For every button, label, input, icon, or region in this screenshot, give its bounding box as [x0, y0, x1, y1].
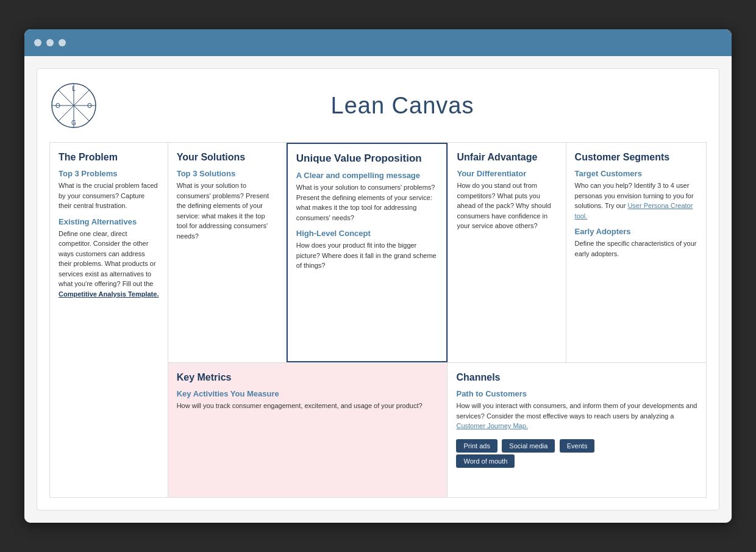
top-section: Your Solutions Top 3 Solutions What is y…	[168, 143, 706, 363]
right-section: Your Solutions Top 3 Solutions What is y…	[168, 143, 706, 497]
tag-social-media[interactable]: Social media	[502, 439, 555, 453]
window-dot-1[interactable]	[34, 39, 41, 46]
tag-events[interactable]: Events	[560, 439, 595, 453]
customers-sub2-heading: Early Adopters	[575, 227, 697, 236]
channels-sub1-body: How will you interact with consumers, an…	[456, 401, 697, 431]
problem-sub2-body: Define one clear, direct competitor. Con…	[59, 229, 159, 299]
uvp-sub1-heading: A Clear and compelling message	[296, 171, 438, 180]
canvas-container: L O O G Lean Canvas The Problem Top 3 Pr…	[37, 68, 719, 511]
canvas-header: L O O G Lean Canvas	[49, 81, 707, 130]
channels-sub1-heading: Path to Customers	[456, 389, 697, 398]
bottom-section: Key Metrics Key Activities You Measure H…	[168, 363, 706, 497]
browser-content: L O O G Lean Canvas The Problem Top 3 Pr…	[24, 56, 732, 523]
tag-word-of-mouth[interactable]: Word of mouth	[456, 454, 515, 468]
customers-sub1-body: Who can you help? Identify 3 to 4 user p…	[575, 181, 697, 221]
uvp-sub2-heading: High-Level Concept	[296, 229, 438, 238]
unfair-cell: Unfair Advantage Your Differentiator How…	[448, 143, 566, 362]
key-metrics-sub1-heading: Key Activities You Measure	[177, 389, 439, 398]
channels-tags: Print ads Social media Events Word of mo…	[456, 437, 697, 468]
top-row: The Problem Top 3 Problems What is the c…	[49, 142, 707, 498]
unfair-sub1-body: How do you stand out from competitors? W…	[457, 181, 557, 231]
unfair-sub1-heading: Your Differentiator	[457, 169, 557, 178]
uvp-sub1-body: What is your solution to consumers' prob…	[296, 182, 438, 223]
customers-heading: Customer Segments	[575, 151, 697, 163]
problem-sub1-body: What is the crucial problem faced by you…	[59, 181, 159, 211]
uvp-heading: Unique Value Proposition	[296, 152, 438, 165]
solutions-cell: Your Solutions Top 3 Solutions What is y…	[168, 143, 287, 362]
customers-cell: Customer Segments Target Customers Who c…	[566, 143, 706, 362]
logo-svg: L O O G	[49, 81, 98, 130]
solutions-heading: Your Solutions	[177, 151, 277, 163]
uvp-cell: Unique Value Proposition A Clear and com…	[287, 143, 448, 362]
problem-sub2-heading: Existing Alternatives	[59, 217, 159, 226]
svg-text:G: G	[71, 120, 76, 126]
unfair-heading: Unfair Advantage	[457, 151, 557, 163]
problem-cell: The Problem Top 3 Problems What is the c…	[50, 143, 168, 497]
problem-sub1-heading: Top 3 Problems	[59, 169, 159, 178]
channels-cell: Channels Path to Customers How will you …	[448, 363, 706, 497]
window-dot-2[interactable]	[46, 39, 54, 46]
key-metrics-sub1-body: How will you track consumer engagement, …	[177, 401, 439, 411]
key-metrics-cell: Key Metrics Key Activities You Measure H…	[168, 363, 448, 497]
customer-journey-link[interactable]: Customer Journey Map.	[456, 422, 527, 429]
svg-text:O: O	[87, 102, 92, 109]
competitive-analysis-link[interactable]: Competitive Analysis Template.	[59, 290, 159, 298]
key-metrics-heading: Key Metrics	[177, 371, 439, 383]
solutions-sub1-body: What is your solution to consumers' prob…	[177, 181, 277, 241]
customers-sub1-heading: Target Customers	[575, 169, 697, 178]
tag-print-ads[interactable]: Print ads	[456, 439, 497, 453]
channels-heading: Channels	[456, 371, 697, 383]
page-title: Lean Canvas	[98, 93, 707, 119]
uvp-sub2-body: How does your product fit into the bigge…	[296, 240, 438, 271]
solutions-sub1-heading: Top 3 Solutions	[177, 169, 277, 178]
svg-text:O: O	[55, 102, 60, 109]
customers-sub2-body: Define the specific characteristics of y…	[575, 238, 697, 259]
browser-window: L O O G Lean Canvas The Problem Top 3 Pr…	[24, 29, 732, 523]
window-dot-3[interactable]	[59, 39, 66, 46]
svg-text:L: L	[72, 85, 76, 92]
problem-heading: The Problem	[59, 151, 159, 163]
browser-titlebar	[24, 29, 732, 56]
